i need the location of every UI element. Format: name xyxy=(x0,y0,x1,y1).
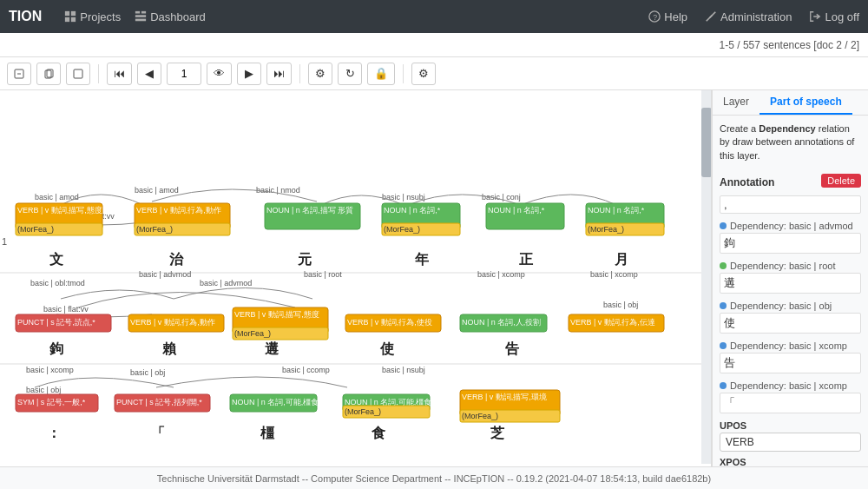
last-page-btn[interactable]: ⏭ xyxy=(266,63,292,85)
dep-val-1: 鉤 xyxy=(720,233,861,254)
tools-icon xyxy=(705,10,717,23)
first-page-btn[interactable]: ⏮ xyxy=(107,63,132,85)
svg-text:VERB | v 動詞,行為,使役: VERB | v 動詞,行為,使役 xyxy=(347,318,432,327)
dep-label-2: Dependency: basic | root xyxy=(720,261,861,271)
dep-comma-value: , xyxy=(720,195,861,214)
svg-text:NOUN | n 名詞,可能,橿食: NOUN | n 名詞,可能,橿食 xyxy=(232,398,319,406)
dep-dot-4 xyxy=(720,342,727,349)
svg-text:?: ? xyxy=(654,13,658,22)
lock-btn[interactable]: 🔒 xyxy=(367,63,395,85)
eye-btn[interactable]: 👁 xyxy=(207,63,232,85)
svg-text:賴: 賴 xyxy=(162,341,177,356)
page-input[interactable]: 1 xyxy=(167,63,201,85)
svg-text:NOUN | n 名詞,*: NOUN | n 名詞,* xyxy=(588,206,645,215)
svg-text:橿: 橿 xyxy=(260,426,275,440)
svg-text:basic | ccomp: basic | ccomp xyxy=(282,366,330,374)
dep-label-5: Dependency: basic | xcomp xyxy=(720,380,861,391)
annotation-area[interactable]: 1 basic | amod basic | amod basic | nmod… xyxy=(0,90,712,466)
toolbar: ⏮ ◀ 1 👁 ▶ ⏭ ⚙ ↻ 🔒 ⚙ xyxy=(0,57,868,90)
svg-text:月: 月 xyxy=(615,252,628,267)
svg-text:basic | obj: basic | obj xyxy=(130,368,165,377)
svg-text:(MorFea_): (MorFea_) xyxy=(462,412,498,420)
svg-text:basic | obj: basic | obj xyxy=(26,386,61,394)
svg-text:VERB | v 動詞,行為,伝達: VERB | v 動詞,行為,伝達 xyxy=(570,318,655,327)
next-page-btn[interactable]: ▶ xyxy=(237,63,261,85)
separator-2 xyxy=(299,64,300,83)
dep-entry-5[interactable]: Dependency: basic | xcomp 「 xyxy=(720,380,861,413)
svg-text:正: 正 xyxy=(519,252,534,267)
svg-rect-7 xyxy=(135,19,146,22)
svg-text:遘: 遘 xyxy=(265,341,279,356)
nav-help[interactable]: ? Help xyxy=(648,10,687,23)
svg-text:(MorFea_): (MorFea_) xyxy=(588,225,624,234)
copy-btn[interactable] xyxy=(36,63,61,85)
svg-text:(MorFea_): (MorFea_) xyxy=(17,225,54,234)
svg-text:basic | xcomp: basic | xcomp xyxy=(590,270,638,279)
svg-text:basic | obl:tmod: basic | obl:tmod xyxy=(30,279,85,287)
tab-part-of-speech[interactable]: Part of speech xyxy=(760,90,852,115)
panel-content: Create a Dependency relation by draw bet… xyxy=(713,116,868,466)
svg-text:NOUN | n 名詞,人,役割: NOUN | n 名詞,人,役割 xyxy=(462,318,541,327)
svg-text:basic | advmod: basic | advmod xyxy=(139,270,191,279)
footer-text: Technische Universität Darmstadt -- Comp… xyxy=(157,473,711,484)
svg-text:治: 治 xyxy=(169,252,184,267)
prev-page-btn[interactable]: ◀ xyxy=(137,63,161,85)
svg-text:鉤: 鉤 xyxy=(49,341,63,356)
svg-rect-1 xyxy=(71,11,76,16)
footer: Technische Universität Darmstadt -- Comp… xyxy=(0,466,868,489)
svg-text:食: 食 xyxy=(371,426,386,440)
view-btn[interactable] xyxy=(66,63,90,85)
copy-icon xyxy=(43,69,54,79)
logoff-icon xyxy=(809,10,821,23)
scroll-left-btn[interactable] xyxy=(7,63,31,85)
dep-text-3: Dependency: basic | obj xyxy=(730,301,832,311)
view-icon xyxy=(73,69,83,79)
annotation-header: Annotation Delete xyxy=(720,169,861,192)
svg-text:VERB | v 動詞,行為,動作: VERB | v 動詞,行為,動作 xyxy=(130,318,215,327)
svg-text:告: 告 xyxy=(505,341,520,356)
svg-text:VERB | v 動詞,描写,態度: VERB | v 動詞,描写,態度 xyxy=(17,206,102,215)
dep-entry-3[interactable]: Dependency: basic | obj 使 xyxy=(720,301,861,334)
nav-dashboard[interactable]: Dashboard xyxy=(135,10,206,23)
svg-text:basic | xcomp: basic | xcomp xyxy=(477,270,525,279)
refresh-btn[interactable]: ↻ xyxy=(338,63,362,85)
tab-layer[interactable]: Layer xyxy=(713,90,760,115)
sent-num-1: 1 xyxy=(2,236,7,247)
dep-text-4: Dependency: basic | xcomp xyxy=(730,340,847,351)
dep-entry-1[interactable]: Dependency: basic | advmod 鉤 xyxy=(720,221,861,254)
svg-text:VERB | v 動詞,描写,環境: VERB | v 動詞,描写,環境 xyxy=(462,393,547,401)
settings-btn[interactable]: ⚙ xyxy=(308,63,332,85)
svg-text:NOUN | n 名詞,*: NOUN | n 名詞,* xyxy=(488,206,545,215)
svg-text:「: 「 xyxy=(151,426,165,440)
right-panel: Layer Part of speech Create a Dependency… xyxy=(712,90,868,466)
delete-button[interactable]: Delete xyxy=(821,174,861,188)
navbar-right: ? Help Administration Log off xyxy=(648,10,859,23)
svg-text:文: 文 xyxy=(49,251,63,267)
navbar: TION Projects Dashboard ? Help Administr… xyxy=(0,0,868,33)
svg-rect-0 xyxy=(65,11,69,16)
dep-text-5: Dependency: basic | xcomp xyxy=(730,380,847,391)
svg-text:(MorFea_): (MorFea_) xyxy=(384,225,420,234)
config-btn[interactable]: ⚙ xyxy=(411,63,436,85)
svg-text:NOUN | n 名詞,描写 形質: NOUN | n 名詞,描写 形質 xyxy=(266,206,353,215)
nav-administration[interactable]: Administration xyxy=(705,10,792,23)
svg-text:SYM | s 記号,一般,*: SYM | s 記号,一般,* xyxy=(17,398,86,406)
nav-projects[interactable]: Projects xyxy=(64,10,121,23)
nav-logoff[interactable]: Log off xyxy=(809,10,859,23)
panel-description: Create a Dependency relation by draw bet… xyxy=(720,122,861,162)
dep-entry-4[interactable]: Dependency: basic | xcomp 告 xyxy=(720,340,861,373)
svg-text:basic | xcomp: basic | xcomp xyxy=(26,366,74,374)
dep-label-4: Dependency: basic | xcomp xyxy=(720,340,861,351)
svg-text:basic | conj: basic | conj xyxy=(482,193,521,202)
svg-text:：: ： xyxy=(47,426,61,440)
separator-1 xyxy=(98,64,99,83)
sentence-bar: 1-5 / 557 sentences [doc 2 / 2] xyxy=(0,33,868,57)
svg-rect-2 xyxy=(65,17,69,22)
dashboard-icon xyxy=(135,10,147,23)
dep-entry-comma: , xyxy=(720,195,861,214)
svg-text:元: 元 xyxy=(297,252,312,267)
svg-text:basic | amod: basic | amod xyxy=(135,186,179,195)
svg-text:年: 年 xyxy=(414,252,430,267)
app-brand: TION xyxy=(9,9,42,24)
dep-entry-2[interactable]: Dependency: basic | root 遘 xyxy=(720,261,861,294)
